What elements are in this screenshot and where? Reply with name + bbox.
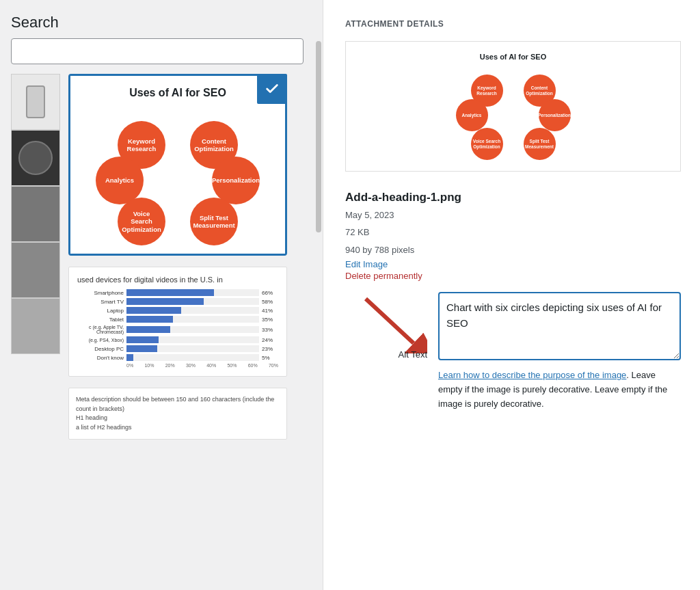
bar-track-tablet	[126, 316, 259, 323]
bar-row-streaming: c (e.g. Apple TV, Chromecast) 33%	[77, 325, 278, 334]
chart-card-title: used devices for digital videos in the U…	[77, 276, 278, 284]
file-size: 72 KB	[345, 224, 681, 240]
bar-label-laptop: Laptop	[77, 308, 124, 314]
alt-text-section: Alt Text Chart with six circles depictin…	[345, 292, 681, 411]
scrollbar-thumb[interactable]	[316, 41, 321, 232]
thumb-item-1[interactable]	[11, 74, 60, 130]
bar-label-dontknow: Don't know	[77, 355, 124, 361]
bar-row-smarttv: Smart TV 58%	[77, 298, 278, 305]
bar-track-desktop	[126, 345, 259, 352]
bar-label-tablet: Tablet	[77, 317, 124, 323]
bar-pct-dontknow: 5%	[262, 355, 278, 361]
scrollbar[interactable]	[314, 0, 323, 590]
file-dimensions: 940 by 788 pixels	[345, 242, 681, 258]
bar-track-smartphone	[126, 289, 259, 296]
learn-link[interactable]: Learn how to describe the purpose of the…	[438, 370, 626, 380]
bar-track-smarttv	[126, 298, 259, 305]
learn-desc: Learn how to describe the purpose of the…	[438, 368, 681, 411]
bar-label-desktop: Desktop PC	[77, 346, 124, 352]
bar-pct-streaming: 33%	[262, 327, 278, 333]
thumb-item-4[interactable]	[11, 242, 60, 298]
arrow-area: Alt Text	[345, 292, 427, 360]
main-cards: Uses of AI for SEO KeywordResearch Conte…	[60, 74, 304, 440]
circle-split: Split TestMeasurement	[190, 198, 238, 245]
bar-chart-card[interactable]: used devices for digital videos in the U…	[68, 267, 287, 377]
thumb-item-3[interactable]	[11, 186, 60, 242]
chart-x-axis: 0% 10% 20% 30% 40% 50% 60% 70%	[77, 363, 278, 368]
alt-text-right: Chart with six circles depicting six use…	[438, 292, 681, 411]
circle-voice: Voice SearchOptimization	[118, 198, 165, 245]
attachment-details-title: ATTACHMENT DETAILS	[345, 19, 681, 29]
thumb-item-2[interactable]	[11, 130, 60, 186]
bar-track-dontknow	[126, 354, 259, 361]
search-label: Search	[11, 14, 304, 31]
bar-row-desktop: Desktop PC 23%	[77, 345, 278, 352]
selected-checkmark	[257, 74, 287, 104]
x-label-40: 40%	[206, 363, 216, 368]
bar-label-smarttv: Smart TV	[77, 299, 124, 305]
x-label-50: 50%	[227, 363, 237, 368]
svg-line-1	[366, 299, 414, 343]
thumbnail-strip	[11, 74, 60, 440]
preview-circles: KeywordResearch ContentOptimization Anal…	[452, 68, 575, 160]
thumb-item-5[interactable]	[11, 298, 60, 354]
file-name: Add-a-heading-1.png	[345, 191, 681, 204]
left-panel: Search	[0, 0, 314, 590]
prev-circle-voice: Voice SearchOptimization	[471, 128, 503, 160]
x-label-60: 60%	[248, 363, 258, 368]
bar-track-console	[126, 336, 259, 343]
selected-image-card[interactable]: Uses of AI for SEO KeywordResearch Conte…	[68, 74, 287, 256]
bar-pct-smartphone: 66%	[262, 290, 278, 296]
bar-label-streaming: c (e.g. Apple TV, Chromecast)	[77, 325, 124, 334]
bar-track-laptop	[126, 307, 259, 314]
bar-label-smartphone: Smartphone	[77, 290, 124, 296]
ai-seo-title: Uses of AI for SEO	[79, 87, 277, 99]
preview-box: Uses of AI for SEO KeywordResearch Conte…	[345, 41, 681, 172]
red-arrow	[352, 292, 427, 353]
prev-circle-personalization: Personalization	[539, 99, 571, 131]
bar-pct-smarttv: 58%	[262, 299, 278, 305]
alt-text-textarea[interactable]: Chart with six circles depicting six use…	[438, 292, 681, 360]
search-input[interactable]	[11, 38, 304, 64]
prev-circle-analytics: Analytics	[456, 99, 488, 131]
x-label-20: 20%	[165, 363, 175, 368]
bar-row-tablet: Tablet 35%	[77, 316, 278, 323]
ai-seo-card-inner: Uses of AI for SEO KeywordResearch Conte…	[70, 76, 285, 254]
edit-image-link[interactable]: Edit Image	[345, 259, 681, 269]
bar-label-console: (e.g. PS4, Xbox)	[77, 338, 124, 343]
x-label-70: 70%	[269, 363, 278, 368]
circle-personalization: Personalization	[212, 157, 260, 204]
bar-pct-desktop: 23%	[262, 346, 278, 352]
preview-inner-title: Uses of AI for SEO	[357, 53, 669, 61]
bar-track-streaming	[126, 326, 259, 333]
prev-circle-split: Split TestMeasurement	[524, 128, 556, 160]
text-card[interactable]: Meta description should be between 150 a…	[68, 388, 287, 440]
bar-row-console: (e.g. PS4, Xbox) 24%	[77, 336, 278, 343]
bar-row-smartphone: Smartphone 66%	[77, 289, 278, 296]
delete-permanently-link[interactable]: Delete permanently	[345, 271, 681, 281]
alt-text-label: Alt Text	[399, 349, 427, 360]
x-label-0: 0%	[126, 363, 133, 368]
file-date: May 5, 2023	[345, 207, 681, 223]
circles-diagram: KeywordResearch ContentOptimization Anal…	[89, 109, 267, 245]
bar-pct-tablet: 35%	[262, 317, 278, 323]
bar-row-laptop: Laptop 41%	[77, 307, 278, 314]
right-panel: ATTACHMENT DETAILS Uses of AI for SEO Ke…	[323, 0, 700, 590]
x-label-10: 10%	[144, 363, 154, 368]
bar-row-dontknow: Don't know 5%	[77, 354, 278, 361]
text-card-content: Meta description should be between 150 a…	[76, 395, 280, 432]
x-label-30: 30%	[186, 363, 196, 368]
bar-pct-laptop: 41%	[262, 308, 278, 314]
circle-analytics: Analytics	[96, 157, 144, 204]
bar-pct-console: 24%	[262, 337, 278, 343]
bar-chart: Smartphone 66% Smart TV 58% Laptop 41%	[77, 289, 278, 361]
